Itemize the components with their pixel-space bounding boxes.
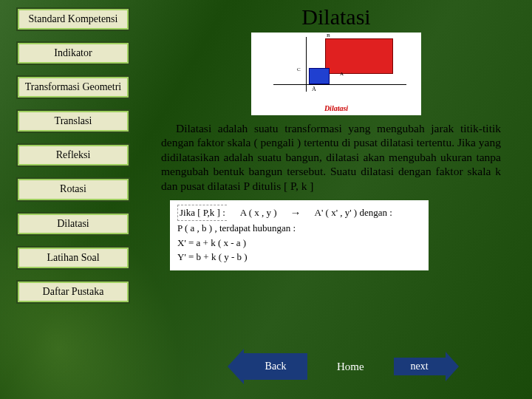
home-button[interactable]: Home: [334, 361, 367, 373]
footer-nav: Back Home next: [244, 353, 446, 380]
body-paragraph-text: Dilatasi adalah suatu transformasi yang …: [161, 122, 501, 192]
nav-daftar-pustaka[interactable]: Daftar Pustaka: [18, 282, 129, 302]
nav-standard-kompetensi[interactable]: Standard Kompetensi: [18, 9, 129, 30]
nav-transformasi-geometri[interactable]: Transformasi Geometri: [18, 77, 129, 98]
back-button[interactable]: Back: [244, 353, 307, 380]
graph-label-b: B: [327, 33, 330, 38]
nav-rotasi[interactable]: Rotasi: [18, 179, 129, 200]
next-button[interactable]: next: [394, 358, 446, 375]
sidebar: Standard Kompetensi Indikator Transforma…: [18, 9, 129, 302]
nav-latihan-soal[interactable]: Latihan Soal: [18, 248, 129, 268]
arrow-icon: →: [290, 205, 301, 222]
formula-line4: Y' = b + k ( y - b ): [177, 250, 421, 265]
nav-dilatasi[interactable]: Dilatasi: [18, 214, 129, 234]
dilation-graph: A B C A Dilatasi: [251, 33, 421, 115]
graph-label-c: C: [297, 66, 301, 72]
nav-refleksi[interactable]: Refleksi: [18, 145, 129, 166]
nav-translasi[interactable]: Translasi: [18, 111, 129, 132]
formula-line1-left: Jika [ P,k ] :: [177, 205, 227, 221]
content-area: Dilatasi A B C A Dilatasi Dilatasi adala…: [155, 4, 517, 270]
graph-shape-small: [309, 68, 330, 84]
formula-box: Jika [ P,k ] : A ( x , y ) → A' ( x' , y…: [170, 200, 429, 270]
body-paragraph: Dilatasi adalah suatu transformasi yang …: [161, 121, 501, 193]
formula-line2: P ( a , b ) , terdapat hubungan :: [177, 221, 421, 236]
formula-line3: X' = a + k ( x - a ): [177, 236, 421, 250]
formula-line1-right: A' ( x' , y' ) dengan :: [315, 205, 392, 220]
nav-indikator[interactable]: Indikator: [18, 43, 129, 64]
formula-line1-mid: A ( x , y ): [240, 205, 277, 220]
page-title: Dilatasi: [155, 4, 517, 30]
graph-label-ar: A: [340, 71, 344, 77]
graph-label-a: A: [312, 86, 316, 92]
graph-caption: Dilatasi: [251, 104, 421, 112]
graph-shape-large: [325, 38, 393, 74]
